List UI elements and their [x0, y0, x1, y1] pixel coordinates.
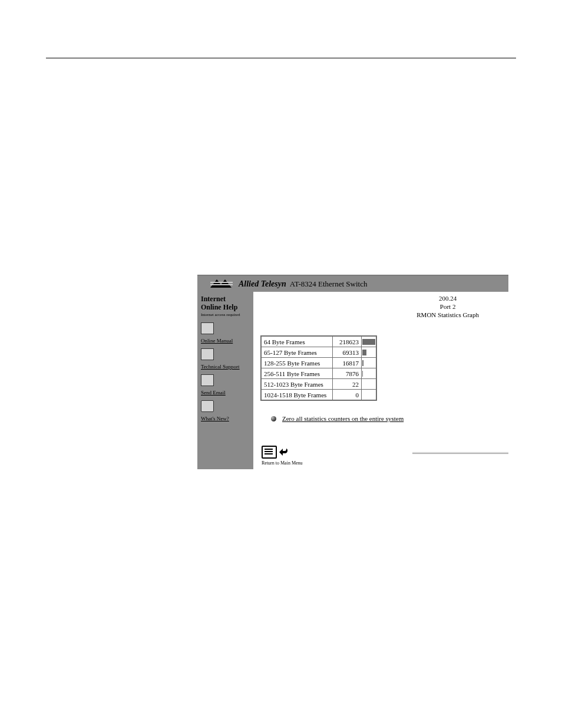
stat-value: 218623 — [333, 336, 362, 347]
stat-label: 64 Byte Frames — [261, 336, 333, 347]
stat-value: 16817 — [333, 358, 362, 368]
svg-marker-1 — [219, 279, 232, 288]
stat-bar — [362, 350, 366, 355]
info-code: 200.24 — [416, 294, 479, 302]
return-label: Return to Main Menu — [262, 460, 504, 466]
sidebar-item-label: Online Manual — [201, 338, 250, 344]
window-titlebar: Allied Telesyn AT-8324 Ethernet Switch — [197, 276, 508, 292]
zero-counters-link[interactable]: Zero all statistics counters on the enti… — [282, 415, 404, 422]
model-name: AT-8324 Ethernet Switch — [290, 279, 368, 289]
info-port: Port 2 — [416, 302, 479, 311]
svg-rect-2 — [210, 282, 233, 283]
svg-rect-3 — [210, 284, 233, 285]
sidebar-item-send-email[interactable]: Send Email — [201, 374, 250, 396]
bullet-icon — [271, 416, 276, 421]
page-info-block: 200.24 Port 2 RMON Statistics Graph — [416, 294, 479, 319]
help-sidebar: Internet Online Help Internet access req… — [197, 292, 253, 469]
stat-label: 512-1023 Byte Frames — [261, 379, 333, 390]
table-row: 65-127 Byte Frames 69313 — [261, 347, 376, 358]
brand-logo-icon — [210, 279, 236, 289]
divider-rule — [412, 452, 508, 454]
stat-label: 256-511 Byte Frames — [261, 368, 333, 379]
sidebar-heading-internet: Internet — [201, 295, 250, 303]
newspaper-icon — [201, 400, 214, 412]
brand-name: Allied Telesyn — [239, 279, 286, 289]
info-title: RMON Statistics Graph — [416, 311, 479, 319]
main-content: 200.24 Port 2 RMON Statistics Graph 64 B… — [253, 292, 508, 469]
stat-bar-cell — [362, 368, 377, 379]
table-row: 256-511 Byte Frames 7876 — [261, 368, 376, 379]
table-row: 128-255 Byte Frames 16817 — [261, 358, 376, 368]
stat-label: 65-127 Byte Frames — [261, 347, 333, 358]
stat-bar-cell — [362, 336, 377, 347]
envelope-icon — [201, 374, 214, 386]
stat-bar-cell — [362, 347, 377, 358]
sidebar-item-label: Send Email — [201, 390, 250, 396]
computer-icon — [201, 348, 214, 360]
sidebar-heading-help: Online Help — [201, 303, 250, 311]
sidebar-note: Internet access required — [201, 312, 250, 318]
stat-label: 1024-1518 Byte Frames — [261, 390, 333, 401]
embedded-screenshot: Allied Telesyn AT-8324 Ethernet Switch I… — [197, 275, 508, 470]
stat-value: 69313 — [333, 347, 362, 358]
stat-value: 22 — [333, 379, 362, 390]
stat-value: 0 — [333, 390, 362, 401]
stat-bar-cell — [362, 390, 377, 401]
stat-bar — [362, 360, 363, 366]
sidebar-item-whats-new[interactable]: What's New? — [201, 400, 250, 421]
book-icon — [201, 322, 214, 334]
stat-value: 7876 — [333, 368, 362, 379]
stat-bar — [362, 371, 363, 377]
return-arrow-icon — [278, 446, 290, 458]
sidebar-item-tech-support[interactable]: Technical Support — [201, 348, 250, 370]
table-row: 512-1023 Byte Frames 22 — [261, 379, 376, 390]
table-row: 64 Byte Frames 218623 — [261, 336, 376, 347]
table-row: 1024-1518 Byte Frames 0 — [261, 390, 376, 401]
rmon-stats-table: 64 Byte Frames 218623 65-127 Byte Frames… — [260, 335, 377, 401]
zero-counters-row: Zero all statistics counters on the enti… — [271, 415, 504, 422]
return-to-main[interactable]: Return to Main Menu — [262, 446, 504, 466]
page-header-rule — [46, 58, 516, 58]
document-icon — [262, 446, 277, 459]
stat-bar-cell — [362, 379, 377, 390]
stat-bar-cell — [362, 358, 377, 368]
sidebar-item-label: Technical Support — [201, 364, 250, 370]
stat-label: 128-255 Byte Frames — [261, 358, 333, 368]
stat-bar — [362, 339, 375, 345]
sidebar-item-label: What's New? — [201, 416, 250, 421]
sidebar-item-online-manual[interactable]: Online Manual — [201, 322, 250, 344]
